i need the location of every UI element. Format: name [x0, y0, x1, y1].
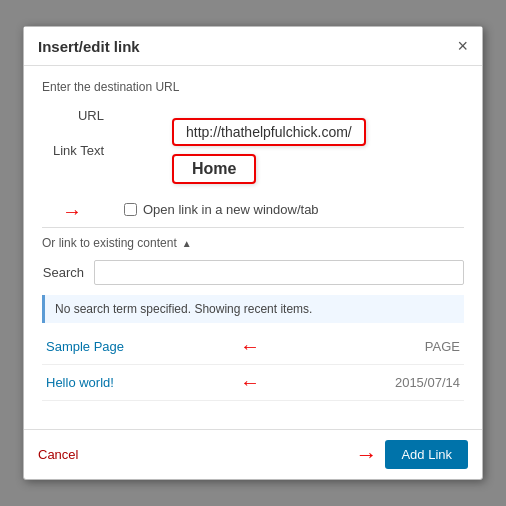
search-row: Search: [42, 260, 464, 285]
search-label: Search: [42, 265, 94, 280]
result-name-sample[interactable]: Sample Page: [42, 329, 236, 365]
linktext-callout: Home: [172, 154, 256, 184]
cancel-button[interactable]: Cancel: [38, 443, 78, 466]
or-link-triangle-icon: ▲: [182, 238, 192, 249]
dialog-header: Insert/edit link ×: [24, 27, 482, 66]
info-bar: No search term specified. Showing recent…: [42, 295, 464, 323]
close-button[interactable]: ×: [457, 37, 468, 55]
or-link-label: Or link to existing content: [42, 236, 177, 250]
new-window-row: → Open link in a new window/tab: [124, 202, 464, 217]
arrow-addlink-icon: →: [355, 442, 377, 468]
or-link-section: Or link to existing content ▲: [42, 236, 464, 250]
results-table: Sample Page ← PAGE Hello world! ← 2015/0…: [42, 329, 464, 401]
results-area: Sample Page ← PAGE Hello world! ← 2015/0…: [42, 329, 464, 419]
add-link-button[interactable]: Add Link: [385, 440, 468, 469]
result-date-hello: 2015/07/14: [299, 365, 464, 401]
url-label: URL: [42, 108, 114, 123]
dialog-body: http://thathelpfulchick.com/ Home Enter …: [24, 66, 482, 429]
result-type-sample: PAGE: [299, 329, 464, 365]
arrow-checkbox-icon: →: [62, 200, 82, 223]
search-input[interactable]: [94, 260, 464, 285]
result-name-hello[interactable]: Hello world!: [42, 365, 236, 401]
new-window-label: Open link in a new window/tab: [143, 202, 319, 217]
table-row: Hello world! ← 2015/07/14: [42, 365, 464, 401]
url-callout: http://thathelpfulchick.com/: [172, 118, 366, 146]
table-row: Sample Page ← PAGE: [42, 329, 464, 365]
arrow-sample-icon: ←: [240, 335, 260, 357]
new-window-checkbox[interactable]: [124, 203, 137, 216]
divider-1: [42, 227, 464, 228]
dialog-title: Insert/edit link: [38, 38, 140, 55]
insert-edit-link-dialog: Insert/edit link × http://thathelpfulchi…: [23, 26, 483, 480]
dialog-footer: Cancel → Add Link: [24, 429, 482, 479]
arrow-hello-icon: ←: [240, 371, 260, 393]
destination-url-label: Enter the destination URL: [42, 80, 464, 94]
link-text-label: Link Text: [42, 143, 114, 158]
